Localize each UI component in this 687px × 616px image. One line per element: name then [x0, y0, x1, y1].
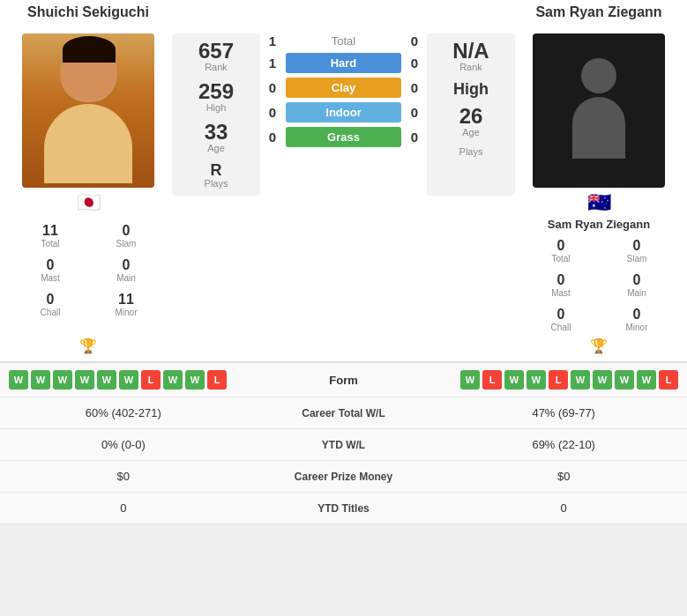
form-badge-right: L — [482, 370, 502, 390]
main-container: Shuichi Sekiguchi Sam Ryan Ziegann 🇯🇵 — [0, 0, 687, 524]
right-total-label: Total — [551, 254, 570, 263]
center-block: 657 Rank 259 High 33 Age R Plays — [172, 33, 515, 336]
right-main-cell: 0 Main — [600, 269, 674, 301]
form-badge-left: W — [9, 370, 28, 390]
form-badge-left: L — [207, 370, 227, 390]
form-badge-left: W — [53, 370, 72, 390]
indoor-row: 0 Indoor 0 — [265, 102, 422, 122]
left-plays-value: R — [211, 162, 222, 178]
right-plays-stat: Plays — [459, 146, 483, 157]
form-badge-right: W — [593, 370, 612, 390]
right-rank-value: N/A — [452, 41, 489, 62]
right-trophy-icon: 🏆 — [590, 338, 608, 354]
form-badge-left: W — [97, 370, 116, 390]
silhouette-body — [572, 97, 625, 159]
right-minor-cell: 0 Minor — [600, 303, 674, 336]
left-age-label: Age — [207, 143, 225, 153]
grass-row: 0 Grass 0 — [265, 127, 422, 147]
right-plays-label: Plays — [459, 146, 483, 157]
left-mast-label: Mast — [41, 273, 60, 283]
right-chall-value: 0 — [557, 307, 565, 323]
left-trophy-icon: 🏆 — [79, 338, 97, 354]
stats-right-2: $0 — [453, 470, 674, 483]
left-high-stat: 259 High — [198, 81, 234, 113]
right-age-label: Age — [462, 127, 480, 137]
total-row: 1 Total 0 — [265, 33, 422, 48]
left-hair — [63, 36, 116, 63]
form-badge-left: W — [31, 370, 50, 390]
form-badge-right: W — [637, 370, 656, 390]
right-mast-value: 0 — [557, 272, 565, 288]
grass-right-score: 0 — [407, 130, 422, 145]
stats-label-3: YTD Titles — [234, 502, 454, 515]
left-minor-cell: 11 Minor — [89, 288, 163, 321]
form-badge-right: W — [615, 370, 634, 390]
right-slam-label: Slam — [627, 254, 647, 263]
right-slam-value: 0 — [633, 238, 641, 254]
stats-label-2: Career Prize Money — [234, 471, 454, 483]
right-player-name: Sam Ryan Ziegann — [548, 218, 650, 231]
form-row: WWWWWWLWWL Form WLWWLWWWWL — [0, 363, 687, 397]
form-badge-right: W — [460, 370, 480, 390]
left-chall-label: Chall — [41, 308, 61, 317]
stats-label-1: YTD W/L — [234, 439, 454, 451]
left-total-label: Total — [41, 239, 59, 249]
left-slam-value: 0 — [123, 223, 131, 239]
form-badge-right: W — [526, 370, 546, 390]
form-label: Form — [278, 374, 410, 387]
stats-row: 0% (0-0) YTD W/L 69% (22-10) — [0, 429, 687, 461]
left-slam-cell: 0 Slam — [89, 219, 163, 252]
right-rank-label: Rank — [459, 62, 482, 72]
form-badge-right: L — [659, 370, 678, 390]
right-total-value: 0 — [557, 238, 565, 254]
right-player-photo — [533, 33, 665, 188]
right-main-label: Main — [627, 288, 646, 298]
left-player-photo — [22, 33, 154, 188]
left-total-cell: 11 Total — [13, 219, 87, 252]
form-left: WWWWWWLWWL — [9, 370, 278, 390]
hard-badge: Hard — [286, 53, 401, 73]
stats-right-0: 47% (69-77) — [453, 406, 674, 419]
form-badge-left: W — [185, 370, 205, 390]
total-label: Total — [286, 34, 401, 48]
form-badge-left: W — [163, 370, 183, 390]
left-minor-label: Minor — [115, 308, 137, 317]
clay-left-score: 0 — [265, 80, 280, 95]
form-badge-right: L — [549, 370, 568, 390]
hard-left-score: 1 — [265, 56, 280, 71]
left-age-value: 33 — [205, 122, 228, 143]
right-age-stat: 26 Age — [459, 106, 483, 137]
player-right-name-header: Sam Ryan Ziegann — [519, 4, 678, 20]
form-badge-left: L — [141, 370, 161, 390]
left-slam-label: Slam — [116, 239, 137, 249]
left-chall-cell: 0 Chall — [13, 288, 87, 321]
form-badge-right: W — [504, 370, 524, 390]
left-total-value: 11 — [42, 223, 58, 239]
left-center-stats: 657 Rank 259 High 33 Age R Plays — [172, 33, 260, 196]
form-badge-right: W — [571, 370, 590, 390]
right-mast-label: Mast — [551, 288, 571, 298]
indoor-badge: Indoor — [286, 102, 401, 122]
total-right-score: 0 — [407, 33, 422, 48]
clay-row: 0 Clay 0 — [265, 78, 422, 98]
left-high-label: High — [206, 102, 227, 113]
right-high-value: High — [453, 81, 489, 97]
left-minor-value: 11 — [118, 292, 134, 308]
silhouette — [564, 58, 634, 164]
player-header: Shuichi Sekiguchi Sam Ryan Ziegann — [0, 0, 687, 20]
stats-row: 60% (402-271) Career Total W/L 47% (69-7… — [0, 397, 687, 429]
stats-right-1: 69% (22-10) — [453, 438, 674, 451]
bottom-section: WWWWWWLWWL Form WLWWLWWWWL 60% (402-271)… — [0, 361, 687, 524]
right-minor-label: Minor — [625, 323, 647, 332]
stats-rows-container: 60% (402-271) Career Total W/L 47% (69-7… — [0, 397, 687, 524]
right-center-stats: N/A Rank High 26 Age Plays — [427, 33, 515, 196]
left-chall-value: 0 — [47, 292, 55, 308]
right-rank-stat: N/A Rank — [452, 41, 489, 72]
grass-badge: Grass — [286, 127, 401, 147]
right-slam-cell: 0 Slam — [600, 234, 674, 267]
top-section: 🇯🇵 11 Total 0 Slam 0 Mast 0 Main — [0, 25, 687, 345]
grass-left-score: 0 — [265, 130, 280, 145]
right-chall-label: Chall — [551, 323, 571, 332]
form-badge-left: W — [75, 370, 94, 390]
right-chall-cell: 0 Chall — [524, 303, 598, 336]
